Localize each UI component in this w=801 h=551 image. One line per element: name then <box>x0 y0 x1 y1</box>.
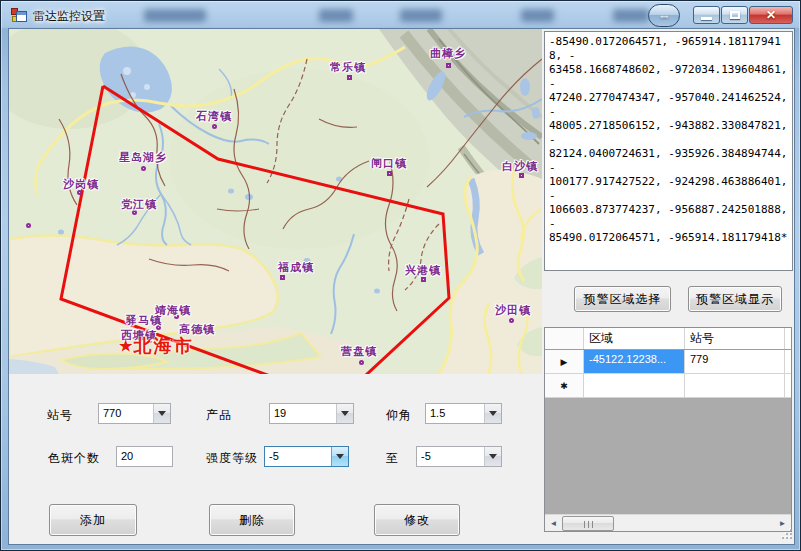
warning-area-display-button[interactable]: 预警区域显示 <box>688 286 782 312</box>
modify-button[interactable]: 修改 <box>374 504 460 536</box>
map-label-town: 营盘镇 <box>341 344 377 359</box>
elevation-combo[interactable]: 1.5 <box>425 403 502 424</box>
redacted-blur <box>400 9 442 22</box>
grid-corner-cell <box>545 328 584 349</box>
delete-button[interactable]: 删除 <box>209 504 295 536</box>
chevron-down-icon[interactable] <box>484 404 501 423</box>
row-new-icon: ✱ <box>560 381 568 391</box>
app-icon <box>11 8 27 24</box>
close-button[interactable]: ✕ <box>749 6 793 24</box>
maximize-button[interactable] <box>721 6 748 24</box>
town-marker <box>141 166 146 171</box>
to-value: -5 <box>417 447 484 466</box>
station-combo[interactable]: 770 <box>98 403 171 424</box>
grid-horizontal-scrollbar[interactable]: ◄ ► <box>545 514 791 531</box>
map-canvas[interactable]: 石湾镇 星岛湖乡 沙岗镇 党江镇 常乐镇 曲樟乡 闸口镇 白沙镇 福成镇 兴港镇… <box>9 29 542 374</box>
town-marker <box>280 275 285 280</box>
product-label: 产品 <box>206 407 232 424</box>
grid-header-station[interactable]: 站号 <box>685 328 785 349</box>
chevron-down-icon[interactable] <box>331 447 348 466</box>
grid-row[interactable]: ▶ -45122.12238... 779 <box>545 350 791 374</box>
map-label-town: 曲樟乡 <box>430 46 466 61</box>
add-button[interactable]: 添加 <box>49 504 137 536</box>
map-label-town: 石湾镇 <box>196 109 232 124</box>
row-current-indicator: ▶ <box>545 350 584 373</box>
redacted-blur <box>613 9 649 22</box>
window-title: 雷达监控设置 <box>33 8 105 25</box>
grid-new-row[interactable]: ✱ <box>545 374 791 398</box>
map-label-town: 常乐镇 <box>330 60 366 75</box>
city-name: 北海市 <box>133 334 193 358</box>
to-combo[interactable]: -5 <box>416 446 502 467</box>
app-window: 雷达监控设置 ⇔ ✕ <box>0 0 801 551</box>
grid-cell-area[interactable]: -45122.12238... <box>584 350 685 373</box>
area-data-grid[interactable]: 区域 站号 ▶ -45122.12238... 779 ✱ ◄ ► <box>544 327 792 532</box>
resize-grip[interactable] <box>781 528 793 540</box>
maximize-icon <box>730 11 740 19</box>
map-label-town: 党江镇 <box>121 197 157 212</box>
chevron-down-icon[interactable] <box>484 447 501 466</box>
redacted-blur <box>319 9 353 22</box>
product-value: 19 <box>270 404 336 423</box>
intensity-combo[interactable]: -5 <box>264 446 349 467</box>
station-value: 770 <box>99 404 153 423</box>
minimize-button[interactable] <box>693 6 720 24</box>
town-marker <box>347 75 352 80</box>
spots-label: 色斑个数 <box>48 450 100 467</box>
map-label-city: ★ 北海市 <box>119 334 193 358</box>
map-label-town: 沙田镇 <box>495 303 531 318</box>
grid-header-row: 区域 站号 <box>545 328 791 350</box>
town-marker <box>212 124 217 129</box>
map-label-town: 沙岗镇 <box>63 177 99 192</box>
scrollbar-thumb[interactable] <box>562 516 614 531</box>
map-label-town: 闸口镇 <box>371 156 407 171</box>
redacted-blur <box>521 9 554 22</box>
close-icon: ✕ <box>766 8 776 22</box>
intensity-label: 强度等级 <box>206 450 258 467</box>
map-label-town: 福成镇 <box>278 260 314 275</box>
elevation-label: 仰角 <box>386 407 412 424</box>
map-label-town: 白沙镇 <box>502 159 538 174</box>
warning-area-select-button[interactable]: 预警区域选择 <box>574 286 671 312</box>
map-label-town: 驿马镇 <box>126 313 162 328</box>
map-label-town: 星岛湖乡 <box>119 150 167 165</box>
swap-window-button[interactable]: ⇔ <box>648 4 680 27</box>
swap-icon: ⇔ <box>658 8 671 23</box>
coordinates-textbox[interactable]: -85490.0172064571, -965914.181179418, - … <box>544 31 793 271</box>
chevron-down-icon[interactable] <box>336 404 353 423</box>
intensity-value: -5 <box>265 447 331 466</box>
product-combo[interactable]: 19 <box>269 403 354 424</box>
town-marker <box>446 63 451 68</box>
to-label: 至 <box>386 450 399 467</box>
town-marker <box>26 223 31 228</box>
redacted-blur <box>144 9 206 22</box>
station-label: 站号 <box>47 407 73 424</box>
scroll-right-icon: ► <box>779 519 787 528</box>
town-marker <box>387 171 392 176</box>
map-label-town: 兴港镇 <box>405 263 441 278</box>
town-marker <box>509 318 514 323</box>
scroll-left-button[interactable]: ◄ <box>545 515 562 532</box>
town-marker <box>359 360 364 365</box>
scroll-left-icon: ◄ <box>550 519 558 528</box>
minimize-icon <box>701 17 712 20</box>
titlebar[interactable]: 雷达监控设置 ⇔ ✕ <box>1 1 800 29</box>
client-area: 石湾镇 星岛湖乡 沙岗镇 党江镇 常乐镇 曲樟乡 闸口镇 白沙镇 福成镇 兴港镇… <box>9 29 794 544</box>
grid-header-area[interactable]: 区域 <box>584 328 685 349</box>
map-terrain <box>9 29 542 374</box>
grid-cell-station[interactable]: 779 <box>685 350 785 373</box>
elevation-value: 1.5 <box>426 404 484 423</box>
chevron-down-icon[interactable] <box>153 404 170 423</box>
spots-input[interactable]: 20 <box>116 446 173 467</box>
city-star-icon: ★ <box>119 337 132 355</box>
row-current-icon: ▶ <box>561 357 568 367</box>
row-new-indicator: ✱ <box>545 374 584 397</box>
